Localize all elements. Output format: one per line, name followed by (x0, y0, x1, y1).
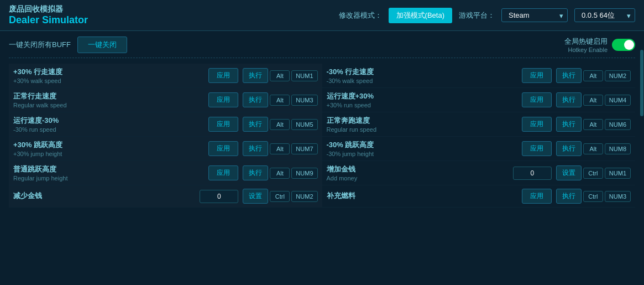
mode-button[interactable]: 加强模式(Beta) (389, 8, 452, 23)
exec-button[interactable]: 执行 (243, 117, 268, 132)
cheat-row: 正常行走速度 Regular walk speed 应用 执行 Alt NUM3 (9, 88, 322, 112)
cheat-info: -30% 跳跃高度 -30% jump height (327, 140, 522, 157)
cheat-info: +30% 行走速度 +30% walk speed (13, 67, 208, 84)
cheat-row: 普通跳跃高度 Regular jump height 应用 执行 Alt NUM… (9, 161, 322, 185)
cheat-cn: 运行速度-30% (13, 116, 208, 126)
hotkey-en: Hotkey Enable (568, 46, 608, 53)
hotkey-toggle[interactable] (612, 39, 635, 51)
money-input[interactable] (513, 167, 552, 180)
close-all-area: 一键关闭所有BUFF 一键关闭 (9, 37, 127, 53)
shortcut-group: 执行 Alt NUM3 (243, 92, 317, 107)
cheat-row: -30% 跳跃高度 -30% jump height 应用 执行 Alt NUM… (322, 137, 636, 161)
apply-button[interactable]: 应用 (522, 92, 552, 107)
cheat-info: 普通跳跃高度 Regular jump height (13, 164, 208, 182)
cheat-row: +30% 行走速度 +30% walk speed 应用 执行 Alt NUM1 (9, 64, 322, 88)
close-all-label: 一键关闭所有BUFF (9, 40, 71, 50)
shortcut-group: 设置 Ctrl NUM2 (243, 189, 317, 204)
cheat-cn: +30% 跳跃高度 (13, 140, 208, 150)
mod-key: Alt (270, 95, 290, 106)
exec-button[interactable]: 执行 (556, 141, 582, 156)
mode-label: 修改器模式： (339, 11, 382, 20)
scrollbar[interactable] (640, 50, 644, 285)
num-key: NUM5 (291, 119, 317, 130)
num-key: NUM3 (291, 95, 317, 106)
close-all-button[interactable]: 一键关闭 (77, 37, 127, 53)
platform-select[interactable]: Steam (501, 8, 568, 22)
exec-button[interactable]: 执行 (243, 141, 268, 156)
exec-button[interactable]: 执行 (556, 68, 582, 83)
version-select-wrapper[interactable]: 0.0.5 64位 (574, 8, 635, 22)
cheat-en: -30% jump height (327, 151, 522, 157)
top-bar: 一键关闭所有BUFF 一键关闭 全局热键启用 Hotkey Enable (9, 37, 635, 58)
exec-button[interactable]: 执行 (243, 165, 268, 180)
cheat-en: Regular walk speed (13, 102, 208, 108)
shortcut-group: 执行 Alt NUM4 (556, 92, 631, 107)
num-key: NUM6 (605, 119, 631, 130)
cheat-info: 正常奔跑速度 Regular run speed (327, 116, 522, 133)
cheat-row: 运行速度-30% -30% run speed 应用 执行 Alt NUM5 (9, 112, 322, 137)
shortcut-group: 设置 Ctrl NUM1 (556, 165, 631, 180)
num-key: NUM7 (291, 143, 317, 154)
apply-button[interactable]: 应用 (522, 141, 552, 156)
cheat-row: 增加金钱 Add money 设置 Ctrl NUM1 (322, 161, 636, 185)
num-key: NUM2 (605, 70, 631, 81)
apply-button[interactable]: 应用 (522, 68, 552, 83)
exec-button[interactable]: 执行 (556, 92, 582, 107)
cheat-cn: 正常奔跑速度 (327, 116, 522, 126)
cheat-row: 减少金钱 设置 Ctrl NUM2 (9, 185, 322, 208)
mod-key: Alt (583, 143, 603, 154)
cheat-info: 运行速度+30% +30% run speed (327, 91, 522, 108)
cheat-en: +30% jump height (13, 151, 208, 157)
exec-button[interactable]: 执行 (556, 117, 582, 132)
version-select[interactable]: 0.0.5 64位 (574, 8, 635, 22)
cheat-info: 正常行走速度 Regular walk speed (13, 91, 208, 108)
shortcut-group: 执行 Alt NUM5 (243, 117, 317, 132)
set-button[interactable]: 设置 (243, 189, 268, 204)
mod-key: Ctrl (583, 168, 603, 179)
exec-button[interactable]: 执行 (243, 92, 268, 107)
hotkey-area: 全局热键启用 Hotkey Enable (564, 37, 635, 53)
cheat-en: -30% walk speed (327, 77, 522, 84)
num-key: NUM1 (605, 168, 631, 179)
cheat-cn: -30% 跳跃高度 (327, 140, 522, 150)
mod-key: Alt (270, 168, 290, 179)
shortcut-group: 执行 Alt NUM9 (243, 165, 317, 180)
reduce-money-input[interactable] (200, 190, 238, 203)
mod-key: Alt (583, 119, 603, 130)
shortcut-group: 执行 Ctrl NUM3 (556, 189, 631, 204)
cheat-row: +30% 跳跃高度 +30% jump height 应用 执行 Alt NUM… (9, 137, 322, 161)
hotkey-cn: 全局热键启用 (564, 37, 608, 46)
apply-button[interactable]: 应用 (208, 141, 238, 156)
apply-button[interactable]: 应用 (208, 165, 238, 180)
exec-button[interactable]: 执行 (556, 189, 582, 204)
apply-button[interactable]: 应用 (522, 117, 552, 132)
cheat-en: +30% walk speed (13, 77, 208, 84)
cheat-info: 运行速度-30% -30% run speed (13, 116, 208, 133)
cheat-cn: 运行速度+30% (327, 91, 522, 101)
cheat-cn: 增加金钱 (327, 164, 513, 174)
apply-button[interactable]: 应用 (522, 189, 552, 204)
shortcut-group: 执行 Alt NUM6 (556, 117, 631, 132)
cheat-cn: 普通跳跃高度 (13, 164, 208, 174)
header-controls: 修改器模式： 加强模式(Beta) 游戏平台： Steam 0.0.5 64位 (339, 8, 635, 23)
cheat-row: 运行速度+30% +30% run speed 应用 执行 Alt NUM4 (322, 88, 636, 112)
apply-button[interactable]: 应用 (208, 117, 238, 132)
mod-key: Alt (270, 119, 290, 130)
cheat-info: +30% 跳跃高度 +30% jump height (13, 140, 208, 157)
platform-select-wrapper[interactable]: Steam (501, 8, 568, 22)
cheat-cn: -30% 行走速度 (327, 67, 522, 77)
app-title-area: 废品回收模拟器 Dealer Simulator (9, 4, 88, 26)
exec-button[interactable]: 执行 (243, 68, 268, 83)
cheat-en: -30% run speed (13, 126, 208, 133)
cheat-en: Regular run speed (327, 126, 522, 133)
cheat-row: 正常奔跑速度 Regular run speed 应用 执行 Alt NUM6 (322, 112, 636, 137)
set-button[interactable]: 设置 (556, 165, 582, 180)
scrollbar-thumb[interactable] (640, 50, 643, 116)
apply-button[interactable]: 应用 (208, 68, 238, 83)
shortcut-group: 执行 Alt NUM8 (556, 141, 631, 156)
cheat-en: +30% run speed (327, 102, 522, 108)
cheat-grid: +30% 行走速度 +30% walk speed 应用 执行 Alt NUM1… (9, 64, 635, 208)
apply-button[interactable]: 应用 (208, 92, 238, 107)
num-key: NUM8 (605, 143, 631, 154)
num-key: NUM4 (605, 95, 631, 106)
